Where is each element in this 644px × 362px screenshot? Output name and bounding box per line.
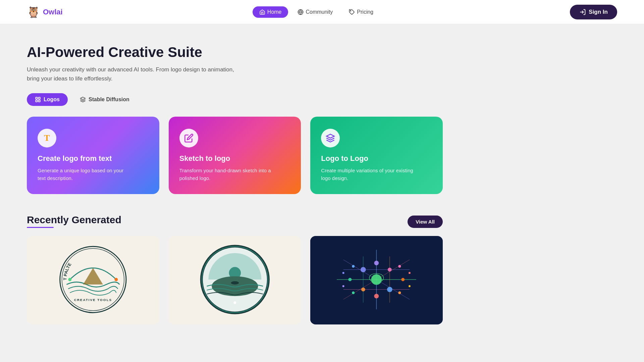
card-3-desc: Create multiple variations of your exist… [321,167,415,182]
logo-text: Owlai [43,8,63,16]
svg-rect-3 [36,98,37,99]
nav-menu: Home Community Pricing [253,6,380,18]
card-icon-wrap-1: T [38,129,56,147]
svg-point-1 [350,10,351,11]
tag-icon [349,9,355,15]
logo-link[interactable]: 🦉 Owlai [27,6,63,18]
home-icon [259,9,265,15]
card-icon-wrap-2 [179,129,198,147]
tab-stable-diffusion-label: Stable Diffusion [89,97,129,103]
pencil-icon [184,133,194,143]
card-text-to-logo[interactable]: T Create logo from text Generate a uniqu… [27,117,159,194]
nav-community-label: Community [306,9,333,15]
signin-label: Sign In [589,9,608,15]
signin-icon [579,9,586,15]
svg-point-48 [342,285,344,287]
stable-diffusion-tab-icon [80,97,86,103]
svg-point-33 [361,267,366,273]
tab-logos-label: Logos [44,97,60,103]
card-2-desc: Transform your hand-drawn sketch into a … [179,167,273,182]
svg-point-12 [114,278,118,281]
navbar: 🦉 Owlai Home Community Pricing [0,0,644,24]
globe-icon [298,9,304,15]
svg-rect-5 [36,100,37,102]
gallery-item-2[interactable] [169,236,301,324]
svg-point-42 [352,265,355,268]
view-all-button[interactable]: View All [408,216,443,228]
svg-point-38 [401,278,405,281]
svg-text:CREATIVE TOOLS: CREATIVE TOOLS [74,298,112,302]
text-icon: T [44,133,50,143]
hero-description: Unleash your creativity with our advance… [27,65,241,83]
card-1-title: Create logo from text [38,154,149,163]
svg-point-36 [387,287,392,292]
tool-tabs: Logos Stable Diffusion [27,93,443,106]
card-1-desc: Generate a unique logo based on your tex… [38,167,131,182]
card-logo-to-logo[interactable]: Logo to Logo Create multiple variations … [310,117,443,194]
svg-rect-6 [39,100,40,102]
section-title: Recently Generated [27,214,121,226]
nav-community[interactable]: Community [291,6,339,18]
svg-point-46 [342,272,344,274]
hero-title: AI-Powered Creative Suite [27,44,443,60]
logos-tab-icon [35,97,41,103]
card-2-title: Sketch to logo [179,154,290,163]
svg-point-22 [233,301,236,304]
card-icon-wrap-3 [321,129,340,147]
svg-rect-4 [39,98,40,99]
layers-icon [326,133,335,143]
feature-cards: T Create logo from text Generate a uniqu… [27,117,443,194]
recently-generated-header: Recently Generated View All [27,214,443,228]
svg-point-21 [231,281,239,285]
svg-point-34 [388,268,392,272]
gallery-image-1: PROMPT PALTE CREATIVE TOOLS [27,236,159,323]
svg-point-11 [68,278,71,281]
signin-button[interactable]: Sign In [570,5,617,19]
gallery-image-3 [310,236,443,323]
svg-point-20 [212,277,258,296]
gallery-image-2 [169,236,301,323]
section-title-wrap: Recently Generated [27,214,121,228]
card-sketch-to-logo[interactable]: Sketch to logo Transform your hand-drawn… [169,117,301,194]
gallery-item-3[interactable] [310,236,443,324]
svg-point-39 [374,261,379,265]
logo-owl-icon: 🦉 [27,6,40,18]
svg-point-35 [361,288,365,292]
svg-point-49 [409,285,411,287]
nav-home[interactable]: Home [253,6,288,18]
svg-point-37 [348,278,352,281]
main-content: AI-Powered Creative Suite Unleash your c… [0,24,470,338]
svg-point-43 [398,265,401,268]
tab-stable-diffusion[interactable]: Stable Diffusion [72,93,138,106]
section-underline [27,227,54,228]
svg-point-45 [398,292,401,294]
nav-pricing[interactable]: Pricing [342,6,380,18]
svg-point-44 [352,292,355,294]
tab-logos[interactable]: Logos [27,93,68,106]
svg-point-32 [371,275,382,285]
view-all-label: View All [416,219,435,225]
svg-marker-7 [327,134,334,138]
nav-pricing-label: Pricing [357,9,373,15]
nav-home-label: Home [267,9,282,15]
gallery: PROMPT PALTE CREATIVE TOOLS [27,236,443,324]
gallery-item-1[interactable]: PROMPT PALTE CREATIVE TOOLS [27,236,159,324]
svg-point-47 [409,272,411,274]
card-3-title: Logo to Logo [321,154,432,163]
svg-point-40 [374,294,379,299]
